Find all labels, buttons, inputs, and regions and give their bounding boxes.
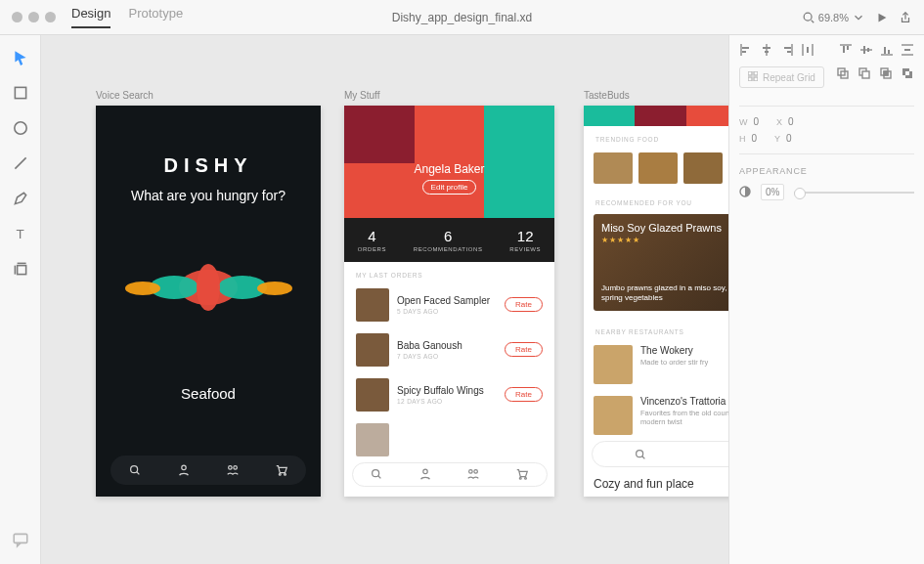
svg-point-56 <box>279 474 281 476</box>
feedback-icon[interactable] <box>12 531 29 548</box>
search-icon[interactable] <box>128 463 142 477</box>
list-item[interactable]: The WokeryMade to order stir fry <box>584 339 728 390</box>
list-item[interactable]: Spicy Buffalo Wings12 DAYS AGO Rate <box>344 372 554 417</box>
design-canvas[interactable]: Voice Search DISHY What are you hungry f… <box>41 35 728 564</box>
user-icon[interactable] <box>177 463 191 477</box>
opacity-value[interactable]: 0% <box>761 184 784 200</box>
recommended-heading: RECOMMENDED FOR YOU <box>584 190 728 210</box>
opacity-slider[interactable] <box>794 192 914 194</box>
distribute-v-icon[interactable] <box>901 43 914 57</box>
svg-point-62 <box>474 470 478 474</box>
edit-profile-button[interactable]: Edit profile <box>422 180 477 195</box>
distribute-h-icon[interactable] <box>801 43 814 57</box>
align-top-icon[interactable] <box>839 43 853 57</box>
bool-intersect-icon[interactable] <box>879 66 893 80</box>
svg-marker-3 <box>15 51 25 65</box>
tab-design[interactable]: Design <box>71 6 110 28</box>
rectangle-tool[interactable] <box>12 84 29 102</box>
svg-rect-13 <box>742 47 749 49</box>
svg-rect-32 <box>888 50 890 54</box>
bool-subtract-icon[interactable] <box>858 66 871 80</box>
svg-point-57 <box>285 474 286 476</box>
rate-button[interactable]: Rate <box>505 342 543 357</box>
svg-point-0 <box>804 13 812 21</box>
trending-row[interactable] <box>584 147 728 190</box>
stats-row: 4ORDERS 6RECOMMENDATIONS 12REVIEWS <box>344 218 554 262</box>
inspector-panel: Repeat Grid W0 X0 H0 Y0 APPEARANCE 0% <box>728 35 924 564</box>
share-icon[interactable] <box>899 11 912 24</box>
restaurant-subtitle: Favorites from the old country with a mo… <box>640 409 728 426</box>
order-subtitle: 5 DAYS AGO <box>397 308 497 315</box>
cart-icon[interactable] <box>275 463 288 477</box>
align-vcenter-icon[interactable] <box>859 43 873 57</box>
stat-value: 4 <box>358 228 386 244</box>
grid-icon <box>748 71 758 83</box>
svg-rect-29 <box>867 48 869 52</box>
artboard-voice-search[interactable]: Voice Search DISHY What are you hungry f… <box>96 90 321 497</box>
y-value[interactable]: 0 <box>786 133 792 144</box>
w-value[interactable]: 0 <box>754 116 760 127</box>
svg-rect-31 <box>884 47 886 54</box>
traffic-minimize[interactable] <box>28 12 39 22</box>
svg-text:T: T <box>16 227 23 241</box>
bool-union-icon[interactable] <box>836 66 850 80</box>
order-title: Open Faced Sampler <box>397 295 497 306</box>
w-label: W <box>739 117 748 127</box>
list-item[interactable]: Open Faced Sampler5 DAYS AGO Rate <box>344 282 554 327</box>
repeat-grid-button[interactable]: Repeat Grid <box>739 66 824 88</box>
traffic-close[interactable] <box>12 12 22 22</box>
align-right-icon[interactable] <box>780 43 794 57</box>
stat-label: ORDERS <box>358 246 386 252</box>
nearby-heading: NEARBY RESTAURANTS <box>584 319 728 339</box>
trending-heading: TRENDING FOOD <box>584 126 728 147</box>
bool-exclude-icon[interactable] <box>901 66 914 80</box>
svg-point-55 <box>234 466 238 470</box>
rate-button[interactable]: Rate <box>505 297 543 312</box>
restaurant-subtitle: Made to order stir fry <box>640 358 728 367</box>
text-tool[interactable]: T <box>12 225 29 242</box>
artboard-tastebuds[interactable]: TasteBuds TasteBuds TRENDING FOOD RECOMM… <box>584 90 728 497</box>
tab-prototype[interactable]: Prototype <box>128 6 183 28</box>
h-value[interactable]: 0 <box>752 133 758 144</box>
artboard-label[interactable]: Voice Search <box>96 90 321 101</box>
search-icon <box>802 11 815 24</box>
x-label: X <box>776 117 782 127</box>
list-item[interactable] <box>344 417 554 462</box>
group-icon[interactable] <box>466 467 480 481</box>
x-value[interactable]: 0 <box>788 116 794 127</box>
hero-strip: TasteBuds <box>584 106 728 126</box>
select-tool[interactable] <box>12 49 29 66</box>
align-bottom-icon[interactable] <box>880 43 894 57</box>
appearance-heading: APPEARANCE <box>739 166 914 176</box>
cart-icon[interactable] <box>515 467 529 481</box>
tool-rail: T <box>0 35 41 564</box>
ellipse-tool[interactable] <box>12 119 29 137</box>
food-thumbnail <box>356 423 389 456</box>
search-icon[interactable] <box>634 448 647 461</box>
artboard-my-stuff[interactable]: My Stuff Angela Baker Edit profile 4ORDE… <box>344 90 554 497</box>
list-item[interactable]: Baba Ganoush7 DAYS AGO Rate <box>344 327 554 372</box>
svg-line-6 <box>15 157 25 168</box>
align-hcenter-icon[interactable] <box>760 43 773 57</box>
svg-rect-8 <box>17 266 25 275</box>
feature-title: Miso Soy Glazed Prawns <box>601 222 728 234</box>
play-icon[interactable] <box>875 11 889 24</box>
zoom-control[interactable]: 69.8% <box>802 11 865 24</box>
order-subtitle: 12 DAYS AGO <box>397 398 497 405</box>
list-item[interactable]: Vincenzo's TrattoriaFavorites from the o… <box>584 390 728 441</box>
stat-label: RECOMMENDATIONS <box>414 246 483 252</box>
align-left-icon[interactable] <box>739 43 753 57</box>
group-icon[interactable] <box>226 463 240 477</box>
rate-button[interactable]: Rate <box>505 387 543 402</box>
line-tool[interactable] <box>12 154 29 172</box>
user-icon[interactable] <box>418 467 432 481</box>
pen-tool[interactable] <box>12 190 29 207</box>
artboard-tool[interactable] <box>12 260 29 278</box>
hero-title: TasteBuds <box>686 106 729 126</box>
artboard-label[interactable]: TasteBuds <box>584 90 728 101</box>
search-icon[interactable] <box>370 467 383 481</box>
opacity-control[interactable]: 0% <box>739 184 914 200</box>
feature-card[interactable]: Miso Soy Glazed Prawns ★★★★★ Jumbo prawn… <box>594 214 728 311</box>
traffic-zoom[interactable] <box>45 12 56 22</box>
artboard-label[interactable]: My Stuff <box>344 90 554 101</box>
